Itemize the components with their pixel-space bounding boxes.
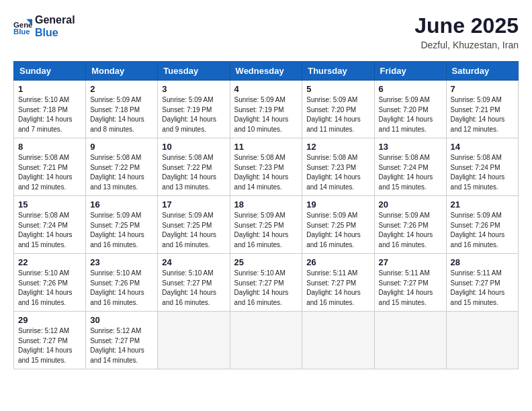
calendar-cell: 11Sunrise: 5:08 AMSunset: 7:23 PMDayligh… [230, 138, 302, 196]
calendar-cell: 15Sunrise: 5:08 AMSunset: 7:24 PMDayligh… [14, 196, 86, 254]
day-info: Sunrise: 5:11 AMSunset: 7:27 PMDaylight:… [379, 269, 442, 308]
day-number: 24 [162, 257, 225, 267]
calendar-cell: 2Sunrise: 5:09 AMSunset: 7:18 PMDaylight… [86, 81, 158, 138]
day-info: Sunrise: 5:10 AMSunset: 7:27 PMDaylight:… [162, 269, 225, 308]
calendar-cell: 25Sunrise: 5:10 AMSunset: 7:27 PMDayligh… [230, 254, 302, 312]
day-number: 16 [90, 199, 153, 210]
day-number: 10 [162, 142, 225, 152]
day-number: 18 [234, 199, 298, 210]
day-number: 11 [234, 142, 298, 152]
day-info: Sunrise: 5:08 AMSunset: 7:24 PMDaylight:… [379, 153, 442, 192]
weekday-header-saturday: Saturday [446, 62, 518, 81]
day-info: Sunrise: 5:08 AMSunset: 7:24 PMDaylight:… [451, 153, 514, 192]
day-info: Sunrise: 5:10 AMSunset: 7:26 PMDaylight:… [90, 269, 153, 308]
calendar-cell: 26Sunrise: 5:11 AMSunset: 7:27 PMDayligh… [302, 254, 374, 312]
calendar-cell [446, 312, 518, 369]
day-info: Sunrise: 5:09 AMSunset: 7:18 PMDaylight:… [90, 95, 153, 134]
calendar-cell: 13Sunrise: 5:08 AMSunset: 7:24 PMDayligh… [374, 138, 446, 196]
day-number: 28 [451, 257, 514, 267]
week-row-5: 29Sunrise: 5:12 AMSunset: 7:27 PMDayligh… [14, 312, 519, 369]
day-info: Sunrise: 5:09 AMSunset: 7:26 PMDaylight:… [379, 211, 442, 250]
day-info: Sunrise: 5:08 AMSunset: 7:23 PMDaylight:… [234, 153, 298, 192]
calendar-cell: 14Sunrise: 5:08 AMSunset: 7:24 PMDayligh… [446, 138, 518, 196]
title-block: June 2025 Dezful, Khuzestan, Iran [414, 13, 519, 50]
day-info: Sunrise: 5:11 AMSunset: 7:27 PMDaylight:… [451, 269, 514, 308]
day-number: 30 [90, 315, 153, 325]
day-info: Sunrise: 5:09 AMSunset: 7:25 PMDaylight:… [234, 211, 298, 250]
calendar-cell: 8Sunrise: 5:08 AMSunset: 7:21 PMDaylight… [14, 138, 86, 196]
calendar-cell: 28Sunrise: 5:11 AMSunset: 7:27 PMDayligh… [446, 254, 518, 312]
day-number: 20 [379, 199, 442, 210]
calendar-cell [302, 312, 374, 369]
calendar-cell: 20Sunrise: 5:09 AMSunset: 7:26 PMDayligh… [374, 196, 446, 254]
calendar-cell [230, 312, 302, 369]
calendar-cell: 23Sunrise: 5:10 AMSunset: 7:26 PMDayligh… [86, 254, 158, 312]
month-title: June 2025 [414, 13, 519, 38]
day-info: Sunrise: 5:10 AMSunset: 7:26 PMDaylight:… [18, 269, 81, 308]
day-info: Sunrise: 5:09 AMSunset: 7:19 PMDaylight:… [234, 95, 298, 134]
calendar-cell: 9Sunrise: 5:08 AMSunset: 7:22 PMDaylight… [86, 138, 158, 196]
logo: General Blue General Blue [13, 13, 75, 39]
day-number: 8 [18, 142, 81, 152]
logo-icon: General Blue [13, 17, 32, 36]
page-header: General Blue General Blue June 2025 Dezf… [13, 13, 519, 50]
day-info: Sunrise: 5:08 AMSunset: 7:22 PMDaylight:… [90, 153, 153, 192]
day-number: 29 [18, 315, 81, 325]
day-number: 27 [379, 257, 442, 267]
day-number: 9 [90, 142, 153, 152]
calendar-cell: 24Sunrise: 5:10 AMSunset: 7:27 PMDayligh… [158, 254, 230, 312]
day-info: Sunrise: 5:12 AMSunset: 7:27 PMDaylight:… [18, 326, 81, 365]
weekday-header-thursday: Thursday [302, 62, 374, 81]
day-number: 3 [162, 84, 225, 94]
calendar-cell [374, 312, 446, 369]
calendar-cell: 27Sunrise: 5:11 AMSunset: 7:27 PMDayligh… [374, 254, 446, 312]
day-number: 15 [18, 199, 81, 210]
day-info: Sunrise: 5:08 AMSunset: 7:21 PMDaylight:… [18, 153, 81, 192]
day-number: 17 [162, 199, 225, 210]
day-info: Sunrise: 5:09 AMSunset: 7:21 PMDaylight:… [451, 95, 514, 134]
calendar-table: SundayMondayTuesdayWednesdayThursdayFrid… [13, 61, 519, 369]
day-info: Sunrise: 5:12 AMSunset: 7:27 PMDaylight:… [90, 326, 153, 365]
day-number: 5 [306, 84, 369, 94]
day-info: Sunrise: 5:09 AMSunset: 7:19 PMDaylight:… [162, 95, 225, 134]
day-number: 7 [451, 84, 514, 94]
day-number: 6 [379, 84, 442, 94]
calendar-cell: 18Sunrise: 5:09 AMSunset: 7:25 PMDayligh… [230, 196, 302, 254]
week-row-2: 8Sunrise: 5:08 AMSunset: 7:21 PMDaylight… [14, 138, 519, 196]
calendar-cell: 3Sunrise: 5:09 AMSunset: 7:19 PMDaylight… [158, 81, 230, 138]
day-info: Sunrise: 5:11 AMSunset: 7:27 PMDaylight:… [306, 269, 369, 308]
week-row-4: 22Sunrise: 5:10 AMSunset: 7:26 PMDayligh… [14, 254, 519, 312]
day-info: Sunrise: 5:08 AMSunset: 7:23 PMDaylight:… [306, 153, 369, 192]
calendar-cell: 17Sunrise: 5:09 AMSunset: 7:25 PMDayligh… [158, 196, 230, 254]
weekday-header-row: SundayMondayTuesdayWednesdayThursdayFrid… [14, 62, 519, 81]
week-row-3: 15Sunrise: 5:08 AMSunset: 7:24 PMDayligh… [14, 196, 519, 254]
day-number: 12 [306, 142, 369, 152]
calendar-cell: 12Sunrise: 5:08 AMSunset: 7:23 PMDayligh… [302, 138, 374, 196]
day-info: Sunrise: 5:09 AMSunset: 7:25 PMDaylight:… [306, 211, 369, 250]
week-row-1: 1Sunrise: 5:10 AMSunset: 7:18 PMDaylight… [14, 81, 519, 138]
calendar-cell: 4Sunrise: 5:09 AMSunset: 7:19 PMDaylight… [230, 81, 302, 138]
calendar-cell: 29Sunrise: 5:12 AMSunset: 7:27 PMDayligh… [14, 312, 86, 369]
day-number: 1 [18, 84, 81, 94]
calendar-cell: 7Sunrise: 5:09 AMSunset: 7:21 PMDaylight… [446, 81, 518, 138]
calendar-cell: 16Sunrise: 5:09 AMSunset: 7:25 PMDayligh… [86, 196, 158, 254]
day-number: 14 [451, 142, 514, 152]
weekday-header-sunday: Sunday [14, 62, 86, 81]
calendar-cell [158, 312, 230, 369]
calendar-cell: 6Sunrise: 5:09 AMSunset: 7:20 PMDaylight… [374, 81, 446, 138]
calendar-cell: 5Sunrise: 5:09 AMSunset: 7:20 PMDaylight… [302, 81, 374, 138]
day-info: Sunrise: 5:08 AMSunset: 7:24 PMDaylight:… [18, 211, 81, 250]
weekday-header-wednesday: Wednesday [230, 62, 302, 81]
weekday-header-friday: Friday [374, 62, 446, 81]
calendar-cell: 30Sunrise: 5:12 AMSunset: 7:27 PMDayligh… [86, 312, 158, 369]
day-number: 23 [90, 257, 153, 267]
day-info: Sunrise: 5:09 AMSunset: 7:20 PMDaylight:… [379, 95, 442, 134]
day-info: Sunrise: 5:10 AMSunset: 7:27 PMDaylight:… [234, 269, 298, 308]
day-info: Sunrise: 5:09 AMSunset: 7:25 PMDaylight:… [90, 211, 153, 250]
day-number: 25 [234, 257, 298, 267]
day-info: Sunrise: 5:09 AMSunset: 7:20 PMDaylight:… [306, 95, 369, 134]
day-info: Sunrise: 5:10 AMSunset: 7:18 PMDaylight:… [18, 95, 81, 134]
logo-general: General [35, 13, 75, 26]
day-number: 22 [18, 257, 81, 267]
day-number: 2 [90, 84, 153, 94]
